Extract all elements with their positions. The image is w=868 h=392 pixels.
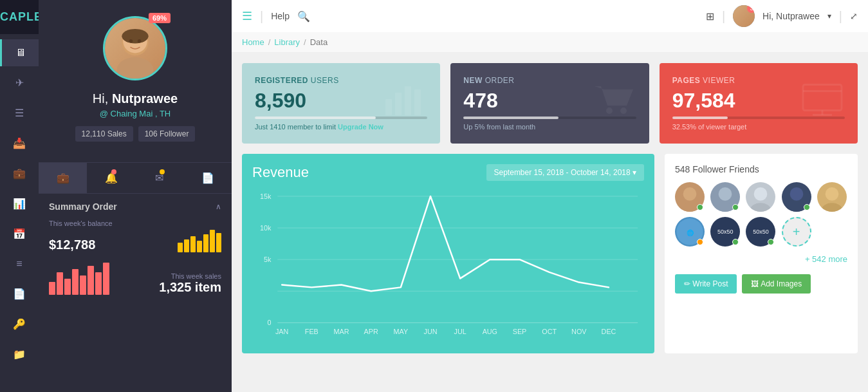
friend-avatar-2[interactable] <box>710 182 740 212</box>
breadcrumb-library[interactable]: Library <box>274 37 300 47</box>
expand-icon[interactable]: ⤢ <box>850 11 858 21</box>
online-dot-6 <box>697 239 703 245</box>
progress-badge: 69% <box>149 13 171 23</box>
sidebar-item-chart[interactable]: 📊 <box>0 190 39 218</box>
revenue-card: Revenue September 15, 2018 - October 14,… <box>242 154 654 353</box>
svg-text:0: 0 <box>267 319 271 326</box>
svg-point-5 <box>138 39 142 43</box>
sales-info: This week sales 1,325 item <box>159 272 221 295</box>
online-dot-4 <box>804 204 810 210</box>
mail-icon-btn[interactable]: ✉ <box>135 163 183 193</box>
upgrade-link[interactable]: Upgrade Now <box>338 123 383 131</box>
sales-bar-3 <box>64 279 71 295</box>
logo-accent: LET <box>26 10 39 23</box>
friend-avatar-5[interactable] <box>817 182 847 212</box>
sales-bar-4 <box>72 269 78 295</box>
breadcrumb-home[interactable]: Home <box>242 37 264 47</box>
summary-order-title: Summary Order <box>49 201 117 212</box>
revenue-header: Revenue September 15, 2018 - October 14,… <box>252 164 644 181</box>
sales-chart <box>49 263 109 295</box>
help-link[interactable]: Help <box>271 11 290 21</box>
stat-progress-bar-pages <box>672 117 728 119</box>
bar-6 <box>210 230 215 252</box>
svg-text:AUG: AUG <box>483 328 497 335</box>
friend-avatar-7[interactable]: 50x50 <box>710 217 740 247</box>
online-dot-2 <box>732 204 739 210</box>
hamburger-icon[interactable]: ☰ <box>242 9 252 23</box>
friend-avatar-8[interactable]: 50x50 <box>746 217 775 247</box>
bar-1 <box>178 243 183 252</box>
bar-5 <box>203 234 208 252</box>
grid-icon[interactable]: ⊞ <box>706 10 714 23</box>
friends-card: 548 Follower Friends <box>665 154 858 353</box>
friend-avatar-3[interactable] <box>746 182 775 212</box>
bell-dot <box>111 169 116 174</box>
bottom-row: Revenue September 15, 2018 - October 14,… <box>242 154 858 353</box>
action-icons-row: 💼 🔔 ✉ 📄 <box>39 162 232 194</box>
sales-bar-2 <box>57 272 63 295</box>
add-friend-button[interactable]: + <box>782 217 811 247</box>
sidebar-item-folder[interactable]: 📁 <box>0 341 39 368</box>
friend-avatar-4[interactable] <box>782 182 811 212</box>
sidebar-item-lines[interactable]: ≡ <box>0 250 39 277</box>
svg-text:JUL: JUL <box>454 328 466 335</box>
svg-point-3 <box>122 29 148 44</box>
stat-icon-orders <box>591 80 636 127</box>
svg-text:DEC: DEC <box>602 328 616 335</box>
sidebar-item-file[interactable]: 📄 <box>0 280 39 308</box>
sidebar-item-key[interactable]: 🔑 <box>0 310 39 338</box>
sidebar-item-send[interactable]: ✈ <box>0 69 39 97</box>
navbar-username[interactable]: Hi, Nutprawee <box>762 11 820 21</box>
svg-text:🌐: 🌐 <box>687 229 694 237</box>
stat-cards-row: REGISTERED USERS 8,590 Just 1410 member … <box>242 63 858 144</box>
online-dot-8 <box>768 239 774 245</box>
balance-row: $12,788 <box>49 230 221 252</box>
breadcrumb-sep-1: / <box>268 37 271 47</box>
main-content: ☰ | Help 🔍 ⊞ | 3 Hi, Nutprawee ▾ | ⤢ Hom… <box>232 0 868 392</box>
logo-text: CAP <box>0 10 26 23</box>
document-icon-btn[interactable]: 📄 <box>183 163 232 193</box>
friend-avatar-6[interactable]: 🌐 <box>675 217 705 247</box>
svg-text:FEB: FEB <box>305 328 319 335</box>
sales-value: 1,325 item <box>159 280 221 295</box>
summary-order-toggle[interactable]: ∧ <box>216 202 221 211</box>
top-navbar: ☰ | Help 🔍 ⊞ | 3 Hi, Nutprawee ▾ | ⤢ <box>232 0 868 32</box>
online-dot-1 <box>697 204 703 210</box>
bar-2 <box>184 239 189 252</box>
more-friends-link[interactable]: + 542 more <box>675 254 847 264</box>
svg-rect-7 <box>395 93 402 115</box>
balance-label: This week's balance <box>49 219 221 227</box>
navbar-right: ⊞ | 3 Hi, Nutprawee ▾ | ⤢ <box>706 5 858 27</box>
sales-label: This week sales <box>159 272 221 280</box>
svg-text:MAY: MAY <box>394 328 409 335</box>
add-images-button[interactable]: 🖼 Add Images <box>742 274 811 294</box>
notification-badge: 3 <box>747 5 755 13</box>
stat-card-users: REGISTERED USERS 8,590 Just 1410 member … <box>242 63 440 144</box>
summary-order-header: Summary Order ∧ <box>49 201 221 212</box>
sidebar-item-inbox[interactable]: 📥 <box>0 129 39 157</box>
online-dot-7 <box>732 239 739 245</box>
revenue-chart: 15k 10k 5k 0 JAN FEB MAR APR <box>252 189 644 343</box>
navbar-divider-3: | <box>839 9 842 24</box>
breadcrumb: Home / Library / Data <box>242 37 858 47</box>
date-range-button[interactable]: September 15, 2018 - October 14, 2018 ▾ <box>486 164 644 181</box>
bar-4 <box>197 241 202 252</box>
sales-bar-8 <box>103 263 109 295</box>
bell-icon-btn[interactable]: 🔔 <box>87 163 135 193</box>
sidebar-item-list[interactable]: ☰ <box>0 99 39 127</box>
sidebar-item-calendar[interactable]: 📅 <box>0 220 39 248</box>
sidebar-item-briefcase[interactable]: 💼 <box>0 160 39 187</box>
write-post-button[interactable]: ✏ Write Post <box>675 274 737 294</box>
balance-section: This week's balance $12,788 <box>49 219 221 252</box>
dropdown-chevron-icon[interactable]: ▾ <box>827 12 831 21</box>
svg-point-1 <box>117 57 153 79</box>
sidebar-item-monitor[interactable]: 🖥 <box>0 39 39 66</box>
search-icon[interactable]: 🔍 <box>297 10 310 23</box>
profile-name: Hi, Nutprawee <box>93 91 178 106</box>
svg-text:5k: 5k <box>264 256 272 263</box>
friend-avatar-1[interactable] <box>675 182 705 212</box>
sales-badge: 12,110 Sales <box>75 126 133 142</box>
navbar-divider: | <box>260 9 263 24</box>
briefcase-icon-btn[interactable]: 💼 <box>39 163 87 193</box>
avatar-wrapper: 69% <box>100 13 171 84</box>
